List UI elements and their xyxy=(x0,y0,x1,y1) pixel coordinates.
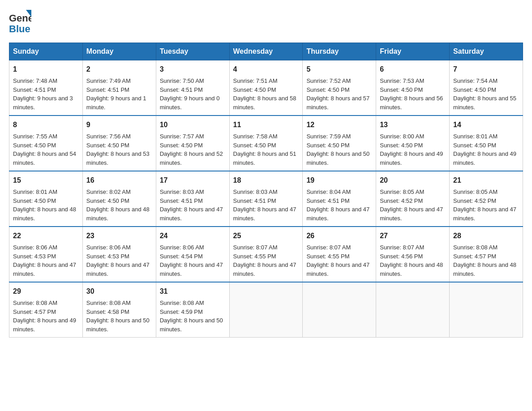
sunrise-line: Sunrise: 7:58 AM xyxy=(233,132,299,141)
calendar-cell: 31Sunrise: 8:08 AMSunset: 4:59 PMDayligh… xyxy=(156,282,229,338)
sunset-line: Sunset: 4:50 PM xyxy=(380,86,446,94)
sunrise-line: Sunrise: 8:05 AM xyxy=(380,188,446,197)
daylight-line: Daylight: 8 hours and 49 minutes. xyxy=(453,150,519,167)
calendar-header-row: SundayMondayTuesdayWednesdayThursdayFrid… xyxy=(9,43,523,60)
calendar-header-thursday: Thursday xyxy=(303,43,376,60)
day-number: 17 xyxy=(160,175,226,186)
calendar-cell: 20Sunrise: 8:05 AMSunset: 4:52 PMDayligh… xyxy=(376,171,450,227)
daylight-line: Daylight: 8 hours and 50 minutes. xyxy=(306,150,372,167)
sunset-line: Sunset: 4:50 PM xyxy=(306,86,372,94)
daylight-line: Daylight: 8 hours and 50 minutes. xyxy=(86,316,152,334)
sunrise-line: Sunrise: 8:07 AM xyxy=(380,243,446,252)
sunrise-line: Sunrise: 8:08 AM xyxy=(13,299,79,308)
sunrise-line: Sunrise: 8:06 AM xyxy=(13,243,79,252)
calendar-header-tuesday: Tuesday xyxy=(156,43,229,60)
calendar-cell: 2Sunrise: 7:49 AMSunset: 4:51 PMDaylight… xyxy=(82,60,156,116)
sunrise-line: Sunrise: 8:03 AM xyxy=(233,188,299,197)
calendar-cell: 13Sunrise: 8:00 AMSunset: 4:50 PMDayligh… xyxy=(376,116,450,171)
sunrise-line: Sunrise: 8:01 AM xyxy=(453,132,519,141)
sunset-line: Sunset: 4:51 PM xyxy=(233,197,299,206)
sunset-line: Sunset: 4:53 PM xyxy=(86,252,152,261)
calendar-cell: 11Sunrise: 7:58 AMSunset: 4:50 PMDayligh… xyxy=(229,116,303,171)
logo: General Blue xyxy=(9,9,31,34)
calendar-cell: 27Sunrise: 8:07 AMSunset: 4:56 PMDayligh… xyxy=(376,227,450,282)
calendar-cell: 23Sunrise: 8:06 AMSunset: 4:53 PMDayligh… xyxy=(82,227,156,282)
sunrise-line: Sunrise: 7:53 AM xyxy=(380,77,446,86)
day-number: 11 xyxy=(233,120,299,130)
sunset-line: Sunset: 4:58 PM xyxy=(86,308,152,317)
daylight-line: Daylight: 8 hours and 55 minutes. xyxy=(453,94,519,111)
calendar-cell: 30Sunrise: 8:08 AMSunset: 4:58 PMDayligh… xyxy=(82,282,156,338)
day-number: 25 xyxy=(233,231,299,241)
calendar-cell xyxy=(303,282,376,338)
sunrise-line: Sunrise: 7:50 AM xyxy=(160,77,226,86)
calendar-table: SundayMondayTuesdayWednesdayThursdayFrid… xyxy=(9,43,523,338)
daylight-line: Daylight: 8 hours and 48 minutes. xyxy=(86,205,152,223)
calendar-cell: 15Sunrise: 8:01 AMSunset: 4:50 PMDayligh… xyxy=(9,171,83,227)
day-number: 24 xyxy=(160,231,226,241)
daylight-line: Daylight: 8 hours and 52 minutes. xyxy=(160,150,226,167)
calendar-header-saturday: Saturday xyxy=(450,43,523,60)
day-number: 14 xyxy=(453,120,519,130)
logo-svg: General Blue xyxy=(9,9,31,34)
day-number: 27 xyxy=(380,231,446,241)
day-number: 7 xyxy=(453,64,519,75)
sunrise-line: Sunrise: 8:06 AM xyxy=(160,243,226,252)
sunrise-line: Sunrise: 8:04 AM xyxy=(306,188,372,197)
sunrise-line: Sunrise: 8:02 AM xyxy=(86,188,152,197)
daylight-line: Daylight: 8 hours and 47 minutes. xyxy=(86,261,152,278)
calendar-cell: 16Sunrise: 8:02 AMSunset: 4:50 PMDayligh… xyxy=(82,171,156,227)
day-number: 23 xyxy=(86,231,152,241)
day-number: 4 xyxy=(233,64,299,75)
calendar-week-5: 29Sunrise: 8:08 AMSunset: 4:57 PMDayligh… xyxy=(9,282,523,338)
sunset-line: Sunset: 4:59 PM xyxy=(160,308,226,317)
calendar-cell xyxy=(229,282,303,338)
day-number: 29 xyxy=(13,286,79,297)
sunset-line: Sunset: 4:50 PM xyxy=(13,197,79,206)
day-number: 3 xyxy=(160,64,226,75)
calendar-cell xyxy=(376,282,450,338)
daylight-line: Daylight: 8 hours and 47 minutes. xyxy=(233,205,299,223)
day-number: 19 xyxy=(306,175,372,186)
daylight-line: Daylight: 8 hours and 57 minutes. xyxy=(306,94,372,111)
daylight-line: Daylight: 8 hours and 48 minutes. xyxy=(13,205,79,223)
sunset-line: Sunset: 4:50 PM xyxy=(160,141,226,150)
sunrise-line: Sunrise: 7:59 AM xyxy=(306,132,372,141)
calendar-cell: 5Sunrise: 7:52 AMSunset: 4:50 PMDaylight… xyxy=(303,60,376,116)
calendar-cell: 12Sunrise: 7:59 AMSunset: 4:50 PMDayligh… xyxy=(303,116,376,171)
day-number: 18 xyxy=(233,175,299,186)
sunset-line: Sunset: 4:50 PM xyxy=(233,141,299,150)
sunset-line: Sunset: 4:54 PM xyxy=(160,252,226,261)
sunset-line: Sunset: 4:57 PM xyxy=(453,252,519,261)
sunset-line: Sunset: 4:51 PM xyxy=(160,86,226,94)
sunrise-line: Sunrise: 7:55 AM xyxy=(13,132,79,141)
day-number: 21 xyxy=(453,175,519,186)
day-number: 20 xyxy=(380,175,446,186)
daylight-line: Daylight: 9 hours and 1 minute. xyxy=(86,94,152,111)
day-number: 22 xyxy=(13,231,79,241)
svg-text:General: General xyxy=(9,13,31,24)
calendar-header-sunday: Sunday xyxy=(9,43,83,60)
calendar-cell: 1Sunrise: 7:48 AMSunset: 4:51 PMDaylight… xyxy=(9,60,83,116)
day-number: 31 xyxy=(160,286,226,297)
daylight-line: Daylight: 8 hours and 49 minutes. xyxy=(380,150,446,167)
calendar-cell: 28Sunrise: 8:08 AMSunset: 4:57 PMDayligh… xyxy=(450,227,523,282)
calendar-cell: 10Sunrise: 7:57 AMSunset: 4:50 PMDayligh… xyxy=(156,116,229,171)
calendar-cell: 14Sunrise: 8:01 AMSunset: 4:50 PMDayligh… xyxy=(450,116,523,171)
daylight-line: Daylight: 9 hours and 0 minutes. xyxy=(160,94,226,111)
day-number: 8 xyxy=(13,120,79,130)
sunrise-line: Sunrise: 8:08 AM xyxy=(453,243,519,252)
sunrise-line: Sunrise: 7:49 AM xyxy=(86,77,152,86)
daylight-line: Daylight: 8 hours and 47 minutes. xyxy=(306,205,372,223)
daylight-line: Daylight: 8 hours and 50 minutes. xyxy=(160,316,226,334)
day-number: 13 xyxy=(380,120,446,130)
sunrise-line: Sunrise: 8:08 AM xyxy=(160,299,226,308)
sunrise-line: Sunrise: 7:57 AM xyxy=(160,132,226,141)
daylight-line: Daylight: 8 hours and 56 minutes. xyxy=(380,94,446,111)
calendar-cell: 29Sunrise: 8:08 AMSunset: 4:57 PMDayligh… xyxy=(9,282,83,338)
sunrise-line: Sunrise: 7:51 AM xyxy=(233,77,299,86)
calendar-cell: 9Sunrise: 7:56 AMSunset: 4:50 PMDaylight… xyxy=(82,116,156,171)
sunrise-line: Sunrise: 7:52 AM xyxy=(306,77,372,86)
daylight-line: Daylight: 8 hours and 47 minutes. xyxy=(453,205,519,223)
day-number: 12 xyxy=(306,120,372,130)
